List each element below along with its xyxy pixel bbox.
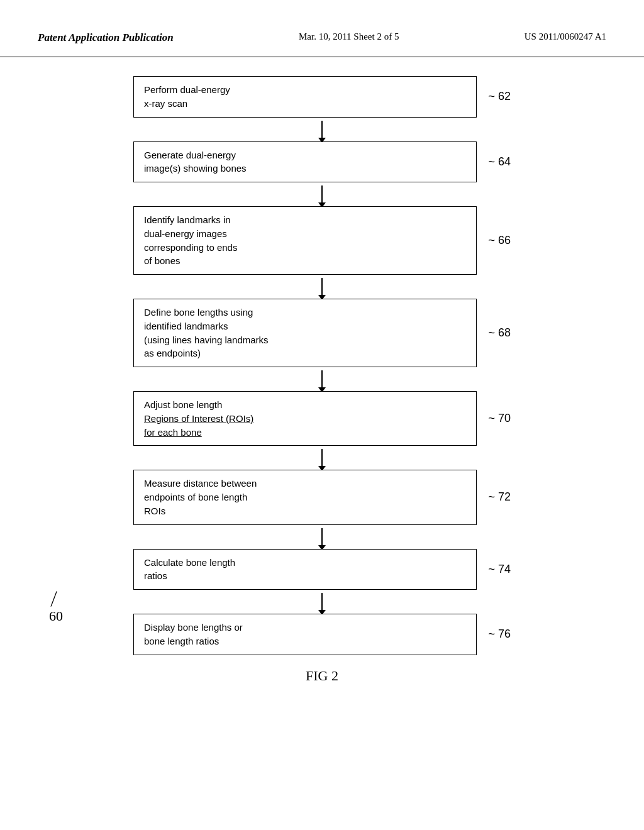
flow-box-66: Identify landmarks indual-energy imagesc… <box>133 206 477 275</box>
step-label-66: ~ 66 <box>488 234 511 247</box>
arrow-3 <box>133 275 511 299</box>
flow-step-62: Perform dual-energyx-ray scan ~ 62 <box>133 76 511 118</box>
flow-box-wrap-76: Display bone lengths orbone length ratio… <box>133 614 477 655</box>
sheet-info: Mar. 10, 2011 Sheet 2 of 5 <box>299 31 399 42</box>
arrow-7 <box>133 590 511 614</box>
flow-step-68: Define bone lengths usingidentified land… <box>133 299 511 367</box>
arrow-4 <box>133 367 511 391</box>
flow-step-72: Measure distance betweenendpoints of bon… <box>133 470 511 524</box>
arrow-line-3 <box>321 278 323 296</box>
step-label-70: ~ 70 <box>488 412 511 425</box>
flow-step-74: Calculate bone lengthratios ~ 74 <box>133 549 511 590</box>
flow-box-68: Define bone lengths usingidentified land… <box>133 299 477 367</box>
diagram-area: Perform dual-energyx-ray scan ~ 62 Gener… <box>0 57 644 722</box>
page: Patent Application Publication Mar. 10, … <box>0 0 644 830</box>
arrow-line-1 <box>321 121 323 138</box>
slash-icon: ∕ <box>49 587 58 610</box>
flow-box-wrap-68: Define bone lengths usingidentified land… <box>133 299 477 367</box>
flow-box-74: Calculate bone lengthratios <box>133 549 477 590</box>
flow-step-64: Generate dual-energyimage(s) showing bon… <box>133 141 511 183</box>
figure-label: FIG 2 <box>133 668 511 684</box>
flow-step-70: Adjust bone lengthRegions of Interest (R… <box>133 391 511 446</box>
patent-number: US 2011/0060247 A1 <box>525 31 606 42</box>
step-label-62: ~ 62 <box>488 90 511 103</box>
flow-step-66: Identify landmarks indual-energy imagesc… <box>133 206 511 275</box>
flow-box-64: Generate dual-energyimage(s) showing bon… <box>133 141 477 183</box>
step-label-64: ~ 64 <box>488 155 511 169</box>
arrow-line-5 <box>321 449 323 467</box>
arrow-6 <box>133 525 511 549</box>
step-label-74: ~ 74 <box>488 563 511 576</box>
flow-box-76: Display bone lengths orbone length ratio… <box>133 614 477 655</box>
arrow-2 <box>133 182 511 206</box>
arrow-5 <box>133 446 511 470</box>
step-label-76: ~ 76 <box>488 628 511 641</box>
flow-number-area: ∕ 60 <box>49 587 63 624</box>
arrow-line-7 <box>321 593 323 611</box>
arrow-line-4 <box>321 370 323 388</box>
flow-box-70: Adjust bone lengthRegions of Interest (R… <box>133 391 477 446</box>
arrow-1 <box>133 118 511 141</box>
flow-box-wrap-62: Perform dual-energyx-ray scan <box>133 76 477 118</box>
flow-box-62: Perform dual-energyx-ray scan <box>133 76 477 118</box>
flow-box-wrap-64: Generate dual-energyimage(s) showing bon… <box>133 141 477 183</box>
page-header: Patent Application Publication Mar. 10, … <box>0 0 644 57</box>
step-label-72: ~ 72 <box>488 490 511 504</box>
flowchart: Perform dual-energyx-ray scan ~ 62 Gener… <box>133 76 511 684</box>
flow-box-wrap-66: Identify landmarks indual-energy imagesc… <box>133 206 477 275</box>
flow-box-wrap-74: Calculate bone lengthratios <box>133 549 477 590</box>
arrow-line-6 <box>321 528 323 546</box>
step-label-68: ~ 68 <box>488 326 511 340</box>
flow-box-wrap-70: Adjust bone lengthRegions of Interest (R… <box>133 391 477 446</box>
flow-step-76: Display bone lengths orbone length ratio… <box>133 614 511 655</box>
publication-title: Patent Application Publication <box>38 31 174 44</box>
flow-box-72: Measure distance betweenendpoints of bon… <box>133 470 477 524</box>
arrow-line-2 <box>321 185 323 203</box>
flow-box-wrap-72: Measure distance betweenendpoints of bon… <box>133 470 477 524</box>
